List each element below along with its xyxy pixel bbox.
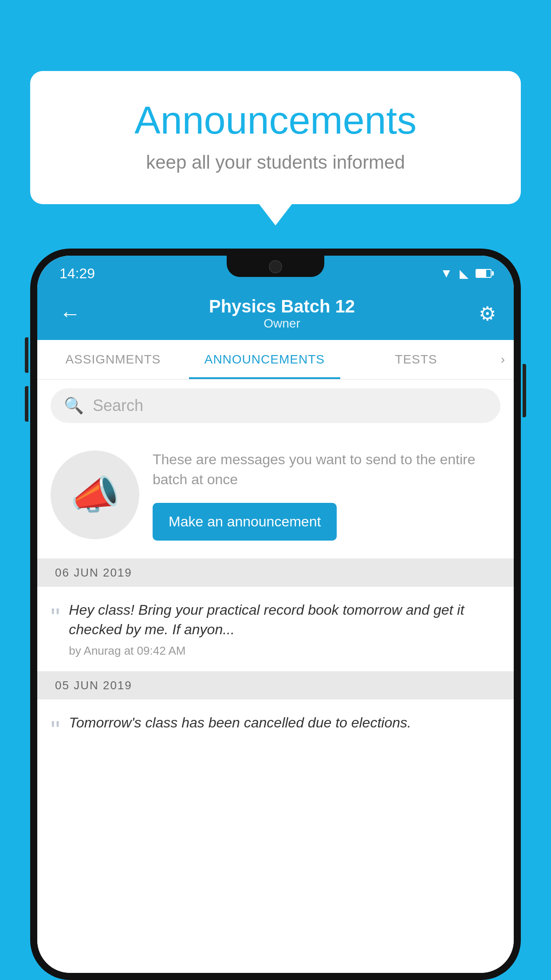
empty-description: These are messages you want to send to t… [153, 450, 500, 490]
date-label-2: 05 JUN 2019 [55, 679, 132, 692]
phone-mockup: 14:29 ▼ ◣ ← Physics Batch 12 Owner ⚙ [30, 249, 521, 980]
back-button[interactable]: ← [55, 297, 85, 330]
announcement-text-1: Hey class! Bring your practical record b… [69, 600, 500, 640]
date-section-1: 06 JUN 2019 [37, 559, 514, 587]
status-bar: 14:29 ▼ ◣ [37, 256, 514, 287]
announcement-content-2: Tomorrow's class has been cancelled due … [69, 713, 411, 737]
bubble-subtitle: keep all your students informed [52, 152, 499, 173]
battery-icon [476, 269, 492, 278]
speech-bubble: Announcements keep all your students inf… [30, 71, 521, 204]
search-bar[interactable]: 🔍 Search [51, 388, 500, 423]
search-icon: 🔍 [64, 396, 84, 415]
app-header: ← Physics Batch 12 Owner ⚙ [37, 287, 514, 340]
wifi-icon: ▼ [440, 266, 453, 281]
announcement-content-1: Hey class! Bring your practical record b… [69, 600, 500, 658]
date-label-1: 06 JUN 2019 [55, 566, 132, 579]
announcement-meta-1: by Anurag at 09:42 AM [69, 644, 500, 658]
phone-camera [269, 260, 282, 273]
speech-bubble-section: Announcements keep all your students inf… [30, 71, 521, 204]
phone-volume-down-button [25, 386, 28, 422]
tab-announcements[interactable]: ANNOUNCEMENTS [189, 340, 341, 379]
phone-screen: 14:29 ▼ ◣ ← Physics Batch 12 Owner ⚙ [37, 256, 514, 973]
content-area: 🔍 Search 📣 These are messages you want t… [37, 379, 514, 973]
signal-icon: ◣ [460, 267, 468, 281]
phone-notch [227, 256, 324, 277]
megaphone-circle: 📣 [51, 450, 139, 539]
tabs-more[interactable]: › [492, 340, 514, 379]
make-announcement-button[interactable]: Make an announcement [153, 503, 337, 541]
battery-fill [476, 270, 486, 277]
empty-state: 📣 These are messages you want to send to… [37, 432, 514, 559]
settings-button[interactable]: ⚙ [479, 302, 496, 325]
megaphone-icon: 📣 [70, 472, 120, 518]
phone-outer: 14:29 ▼ ◣ ← Physics Batch 12 Owner ⚙ [30, 249, 521, 980]
header-title-area: Physics Batch 12 Owner [209, 296, 355, 331]
announcement-item-1[interactable]: " Hey class! Bring your practical record… [37, 587, 514, 672]
header-title: Physics Batch 12 [209, 296, 355, 316]
phone-volume-up-button [25, 337, 28, 373]
tab-assignments[interactable]: ASSIGNMENTS [37, 340, 189, 379]
status-icons: ▼ ◣ [440, 266, 492, 281]
quote-icon-2: " [51, 717, 60, 744]
phone-power-button [523, 364, 526, 417]
header-subtitle: Owner [209, 316, 355, 331]
tab-tests[interactable]: TESTS [340, 340, 492, 379]
quote-icon-1: " [51, 605, 60, 631]
bubble-title: Announcements [52, 98, 499, 143]
announcement-text-2: Tomorrow's class has been cancelled due … [69, 713, 411, 733]
search-input[interactable]: Search [93, 396, 143, 415]
announcement-item-2[interactable]: " Tomorrow's class has been cancelled du… [37, 699, 514, 757]
empty-content: These are messages you want to send to t… [153, 450, 500, 541]
status-time: 14:29 [59, 265, 95, 282]
tabs-bar: ASSIGNMENTS ANNOUNCEMENTS TESTS › [37, 340, 514, 379]
date-section-2: 05 JUN 2019 [37, 672, 514, 699]
search-container: 🔍 Search [37, 379, 514, 432]
